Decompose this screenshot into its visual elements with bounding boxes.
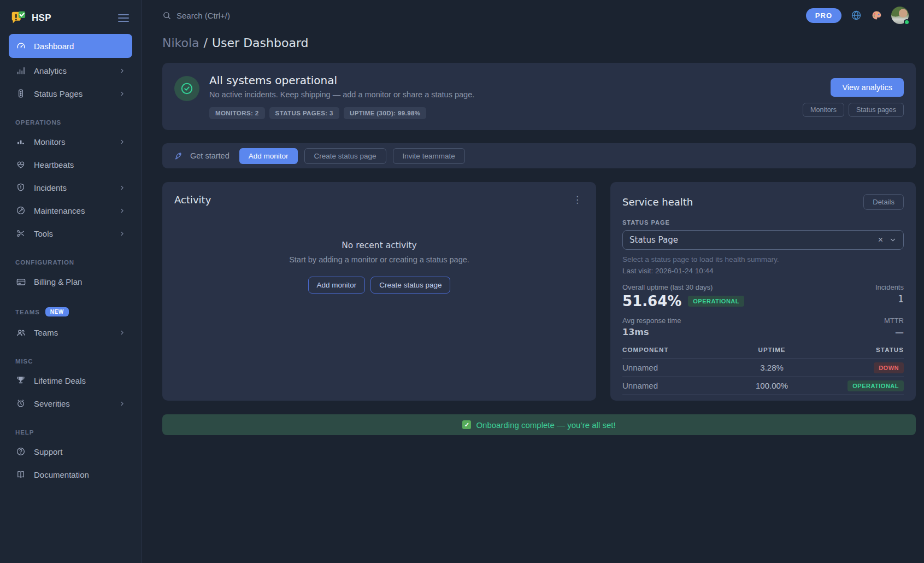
search-icon xyxy=(162,11,172,20)
monitors-button[interactable]: Monitors xyxy=(803,103,844,117)
breadcrumb-parent[interactable]: Nikola xyxy=(162,36,199,50)
status-pages-button[interactable]: Status pages xyxy=(849,103,904,117)
sidebar-item-label: Dashboard xyxy=(34,42,126,51)
heartbeat-icon xyxy=(15,159,26,170)
empty-state-title: No recent activity xyxy=(174,241,584,250)
sidebar-item-label: Status Pages xyxy=(34,89,111,98)
col-status: STATUS xyxy=(816,347,904,353)
sidebar-item-status-pages[interactable]: Status Pages xyxy=(9,82,132,105)
sidebar-item-teams[interactable]: Teams xyxy=(9,321,132,344)
sidebar-item-maintenances[interactable]: Maintenances xyxy=(9,199,132,222)
sidebar-item-support[interactable]: Support xyxy=(9,440,132,463)
table-row[interactable]: Unnamed 100.00% OPERATIONAL xyxy=(622,377,904,395)
details-button[interactable]: Details xyxy=(863,194,904,210)
uptime-chip: UPTIME (30D): 99.98% xyxy=(344,107,426,119)
last-visit-text: Last visit: 2026-01-24 10:44 xyxy=(622,267,904,275)
app-root: HSP Dashboard Analytics xyxy=(0,0,924,563)
table-row[interactable]: Unnamed 3.28% DOWN xyxy=(622,359,904,377)
sidebar-item-incidents[interactable]: Incidents xyxy=(9,176,132,199)
avg-response-value: 13ms xyxy=(622,327,681,337)
hero-title: All systems operational xyxy=(209,74,474,87)
activity-header: Activity ⋮ xyxy=(174,194,584,206)
sidebar-item-label: Teams xyxy=(34,328,111,337)
incidents-label: Incidents xyxy=(875,283,904,291)
sidebar-item-label: Maintenances xyxy=(34,206,111,215)
sidebar-item-lifetime-deals[interactable]: Lifetime Deals xyxy=(9,369,132,392)
empty-state-actions: Add monitor Create status page xyxy=(174,277,584,294)
user-avatar[interactable] xyxy=(891,7,909,24)
sidebar-item-label: Billing & Plan xyxy=(34,277,126,286)
components-table-header: COMPONENT UPTIME STATUS xyxy=(622,345,904,359)
search-input[interactable] xyxy=(176,11,351,20)
pro-badge[interactable]: PRO xyxy=(806,8,841,23)
create-status-page-button[interactable]: Create status page xyxy=(370,277,450,294)
kebab-menu-icon[interactable]: ⋮ xyxy=(570,195,584,204)
select-helper-text: Select a status page to load its health … xyxy=(622,255,904,263)
sidebar-nav: Dashboard Analytics Status Pages OPERATI… xyxy=(9,34,132,486)
main-area: PRO Nikola/User Dashboard xyxy=(142,0,924,563)
activity-title: Activity xyxy=(174,194,211,206)
monitors-count-chip: MONITORS: 2 xyxy=(209,107,265,119)
check-box-icon: ✓ xyxy=(462,420,471,429)
sidebar-section-operations: OPERATIONS xyxy=(15,119,126,126)
hero-text-block: All systems operational No active incide… xyxy=(209,74,474,119)
sidebar-item-severities[interactable]: Severities xyxy=(9,392,132,415)
mttr-block: MTTR — xyxy=(884,316,904,337)
system-status-card: All systems operational No active incide… xyxy=(162,63,916,130)
sidebar-section-help: HELP xyxy=(15,429,126,436)
activity-empty-state: No recent activity Start by adding a mon… xyxy=(174,241,584,294)
clear-selection-icon[interactable]: × xyxy=(878,236,883,244)
sidebar-item-label: Lifetime Deals xyxy=(34,376,126,385)
chevron-down-icon[interactable] xyxy=(889,236,897,244)
bar-chart-icon xyxy=(15,136,26,147)
service-health-header: Service health Details xyxy=(622,194,904,210)
add-monitor-button[interactable]: Add monitor xyxy=(239,148,298,164)
status-pages-count-chip: STATUS PAGES: 3 xyxy=(269,107,339,119)
service-health-title: Service health xyxy=(622,196,693,208)
sidebar-item-monitors[interactable]: Monitors xyxy=(9,130,132,153)
theme-palette-icon[interactable] xyxy=(871,10,882,21)
sidebar-item-tools[interactable]: Tools xyxy=(9,222,132,245)
sidebar-item-label: Heartbeats xyxy=(34,160,126,169)
col-uptime: UPTIME xyxy=(728,347,816,353)
uptime-value: 51.64% xyxy=(622,293,681,309)
global-search[interactable] xyxy=(162,11,806,20)
sidebar-item-dashboard[interactable]: Dashboard xyxy=(9,34,132,58)
chevron-right-icon xyxy=(119,329,126,336)
chevron-right-icon xyxy=(119,400,126,407)
credit-card-icon xyxy=(15,276,26,287)
chevron-right-icon xyxy=(119,207,126,214)
component-name: Unnamed xyxy=(622,381,728,390)
sidebar-item-heartbeats[interactable]: Heartbeats xyxy=(9,153,132,176)
wrench-circle-icon xyxy=(15,205,26,216)
sidebar-item-label: Incidents xyxy=(34,183,111,192)
cards-row: Activity ⋮ No recent activity Start by a… xyxy=(162,182,916,401)
app-logo-icon xyxy=(10,10,26,26)
menu-toggle-icon[interactable] xyxy=(116,11,131,25)
sidebar-item-billing[interactable]: Billing & Plan xyxy=(9,270,132,293)
sidebar-item-documentation[interactable]: Documentation xyxy=(9,463,132,486)
status-page-select[interactable]: Status Page × xyxy=(622,230,904,250)
globe-icon[interactable] xyxy=(851,10,862,21)
component-name: Unnamed xyxy=(622,363,728,372)
invite-teammate-button[interactable]: Invite teammate xyxy=(393,148,465,164)
topbar: PRO xyxy=(142,0,924,31)
view-analytics-button[interactable]: View analytics xyxy=(831,78,904,97)
analytics-icon xyxy=(15,65,26,76)
uptime-label: Overall uptime (last 30 days) xyxy=(622,283,744,291)
page-content: Nikola/User Dashboard All systems operat… xyxy=(142,31,924,435)
add-monitor-button[interactable]: Add monitor xyxy=(308,277,366,294)
breadcrumb-separator: / xyxy=(204,36,208,50)
service-health-card: Service health Details STATUS PAGE Statu… xyxy=(610,182,916,401)
question-circle-icon xyxy=(15,446,26,457)
dashboard-icon xyxy=(15,40,26,51)
create-status-page-button[interactable]: Create status page xyxy=(304,148,386,164)
sidebar-section-configuration: CONFIGURATION xyxy=(15,259,126,266)
sidebar: HSP Dashboard Analytics xyxy=(0,0,142,563)
sidebar-item-analytics[interactable]: Analytics xyxy=(9,59,132,82)
rocket-icon xyxy=(174,151,184,161)
people-icon xyxy=(15,327,26,338)
incidents-value: 1 xyxy=(875,294,904,304)
sidebar-item-label: Support xyxy=(34,447,126,456)
online-status-dot xyxy=(904,19,910,25)
